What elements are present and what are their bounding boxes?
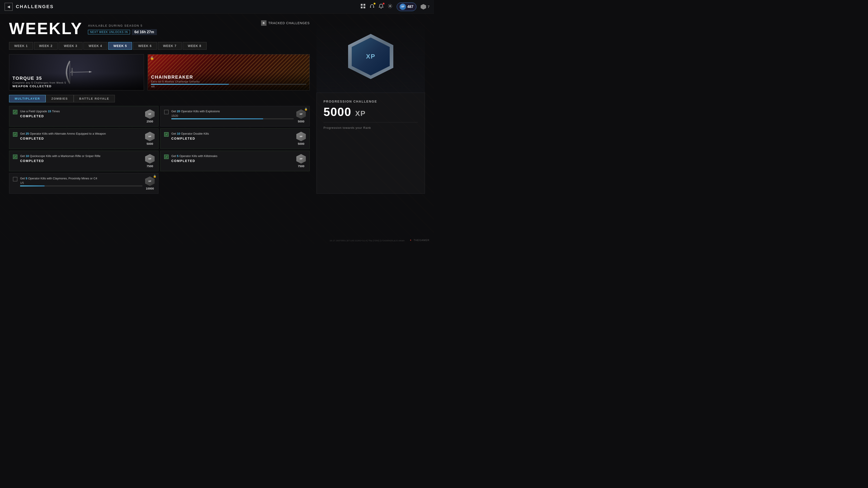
header-meta: AVAILABLE DURING SEASON 5 NEXT WEEK UNLO… bbox=[88, 22, 157, 35]
challenge-2-checkbox[interactable] bbox=[164, 110, 168, 114]
xp-hex-container: XP bbox=[348, 34, 393, 79]
tab-week-2[interactable]: WEEK 2 bbox=[34, 42, 58, 50]
svg-rect-5 bbox=[373, 6, 374, 8]
challenge-double-kills: Get 10 Operator Double Kills COMPLETED X… bbox=[160, 128, 310, 149]
svg-rect-1 bbox=[364, 4, 365, 6]
challenge-7-checkbox[interactable] bbox=[13, 177, 18, 182]
challenge-4-text: Get 10 Operator Double Kills bbox=[171, 132, 293, 136]
tab-week-3[interactable]: WEEK 3 bbox=[59, 42, 83, 50]
tab-zombies[interactable]: ZOMBIES bbox=[46, 95, 73, 102]
xp-value: 487 bbox=[407, 5, 413, 9]
mode-tabs: MULTIPLAYER ZOMBIES BATTLE ROYALE bbox=[9, 95, 310, 102]
tab-week-6[interactable]: WEEK 6 bbox=[133, 42, 157, 50]
tracked-challenges-button[interactable]: B TRACKED CHALLENGES bbox=[261, 20, 310, 26]
challenge-1-status: COMPLETED bbox=[20, 114, 143, 118]
challenge-4-status: COMPLETED bbox=[171, 137, 293, 140]
hex-text: XP bbox=[366, 53, 375, 60]
challenge-7-lock-icon: 🔒 bbox=[153, 175, 156, 178]
back-icon: ◀ bbox=[7, 4, 10, 9]
challenge-5-xp-icon: XP bbox=[148, 158, 151, 160]
xp-hero-section: XP bbox=[316, 20, 425, 93]
challenge-4-content: Get 10 Operator Double Kills COMPLETED bbox=[171, 132, 293, 140]
challenge-7-progress-fill bbox=[20, 186, 44, 186]
unlock-timer: NEXT WEEK UNLOCKS IN 6d 16h 27m bbox=[88, 29, 157, 35]
challenge-4-xp-amount: 5000 bbox=[298, 142, 305, 145]
headphones-icon[interactable] bbox=[370, 4, 375, 10]
chainbreaker-overlay: CHAINBREAKER Earn all 8 Weekly Challenge… bbox=[148, 72, 309, 90]
challenge-4-xp-icon: XP bbox=[300, 135, 303, 138]
grid-icon[interactable] bbox=[361, 4, 366, 10]
header-left: WEEKLY AVAILABLE DURING SEASON 5 NEXT WE… bbox=[9, 20, 157, 37]
challenge-2-xp: XP 5000 bbox=[296, 109, 306, 123]
challenge-6-status: COMPLETED bbox=[171, 159, 293, 163]
page-header: WEEKLY AVAILABLE DURING SEASON 5 NEXT WE… bbox=[9, 20, 310, 37]
challenge-5-content: Get 10 Quickscope Kills with a Marksman … bbox=[20, 154, 143, 163]
challenge-2-xp-icon: XP bbox=[300, 113, 303, 115]
challenge-1-xp: XP 2500 bbox=[145, 109, 155, 123]
challenge-4-checkbox[interactable] bbox=[164, 132, 168, 137]
tab-week-5[interactable]: WEEK 5 bbox=[108, 42, 132, 50]
back-button[interactable]: ◀ bbox=[4, 3, 13, 11]
challenge-claymores: 🔒 Get 5 Operator Kills with Claymores, P… bbox=[9, 173, 158, 194]
challenge-5-checkbox[interactable] bbox=[13, 155, 18, 159]
tab-week-1[interactable]: WEEK 1 bbox=[9, 42, 33, 50]
challenge-3-xp-badge: XP bbox=[145, 132, 155, 141]
reward-card-chainbreaker[interactable]: 🔒 CHAINBREAKER Earn all 8 Weekly Challen… bbox=[148, 54, 310, 90]
xp-circle-icon: XP bbox=[400, 4, 406, 10]
reward-card-torque[interactable]: TORQUE 35 Complete any 5 Challenges from… bbox=[9, 54, 144, 90]
watermark: ✦ THEGAMER bbox=[410, 239, 430, 242]
progression-xp-value: 5000 XP bbox=[323, 106, 418, 118]
challenge-3-status: COMPLETED bbox=[20, 137, 143, 140]
page-title-big: WEEKLY bbox=[9, 20, 83, 37]
page-title: CHALLENGES bbox=[16, 4, 54, 9]
settings-icon[interactable] bbox=[388, 4, 393, 10]
torque-condition: Complete any 5 Challenges from Week 5 bbox=[12, 81, 141, 84]
hex-inner: XP bbox=[352, 37, 390, 75]
challenge-4-xp: XP 5000 bbox=[296, 132, 306, 145]
tab-week-4[interactable]: WEEK 4 bbox=[84, 42, 107, 50]
challenge-7-xp-icon: XP bbox=[148, 180, 151, 182]
chainbreaker-condition: Earn all 8 Weekly Challenge Unlocks bbox=[151, 80, 306, 83]
challenge-6-text: Get 5 Operator Kills with Killstreaks bbox=[171, 154, 293, 158]
challenge-5-text: Get 10 Quickscope Kills with a Marksman … bbox=[20, 154, 143, 158]
torque-overlay: TORQUE 35 Complete any 5 Challenges from… bbox=[9, 73, 144, 90]
progression-title: PROGRESSION CHALLENGE bbox=[323, 100, 418, 103]
challenge-explosions: 🔒 Get 20 Operator Kills with Explosions … bbox=[160, 106, 310, 127]
challenge-6-content: Get 5 Operator Kills with Killstreaks CO… bbox=[171, 154, 293, 163]
right-panel: XP PROGRESSION CHALLENGE 5000 XP Progres… bbox=[316, 20, 425, 194]
challenge-2-xp-badge: XP bbox=[296, 109, 306, 119]
svg-marker-7 bbox=[421, 4, 426, 9]
progression-card: PROGRESSION CHALLENGE 5000 XP Progressio… bbox=[316, 93, 425, 194]
challenge-3-text: Get 25 Operator Kills with Alternate Amm… bbox=[20, 132, 143, 136]
challenge-1-content: Use a Field Upgrade 15 Times COMPLETED bbox=[20, 109, 143, 118]
challenge-1-xp-badge: XP bbox=[145, 109, 155, 119]
tab-week-7[interactable]: WEEK 7 bbox=[158, 42, 182, 50]
challenge-1-checkbox[interactable] bbox=[13, 110, 18, 114]
debug-coords: 10.17.19373551 [67:143:11261+11:A] Thp [… bbox=[330, 239, 405, 242]
challenge-3-checkbox[interactable] bbox=[13, 132, 18, 137]
main-content: WEEKLY AVAILABLE DURING SEASON 5 NEXT WE… bbox=[0, 13, 434, 200]
challenge-7-progress-bar bbox=[20, 186, 143, 186]
challenge-2-progress-text: 15/20 bbox=[171, 114, 293, 118]
challenge-6-xp-icon: XP bbox=[300, 158, 303, 160]
challenge-2-progress-bar bbox=[171, 119, 293, 119]
tab-week-8[interactable]: WEEK 8 bbox=[183, 42, 207, 50]
challenge-1-xp-icon: XP bbox=[148, 113, 151, 115]
challenge-6-checkbox[interactable] bbox=[164, 155, 168, 159]
level-display: 7 bbox=[421, 4, 430, 10]
chainbreaker-name: CHAINBREAKER bbox=[151, 74, 306, 80]
challenge-7-xp-badge: XP bbox=[145, 176, 155, 186]
svg-rect-4 bbox=[370, 6, 371, 8]
challenge-1-xp-amount: 2500 bbox=[147, 120, 153, 123]
reward-cards: TORQUE 35 Complete any 5 Challenges from… bbox=[9, 54, 310, 90]
challenge-5-status: COMPLETED bbox=[20, 159, 143, 163]
tab-multiplayer[interactable]: MULTIPLAYER bbox=[9, 95, 46, 102]
notifications-icon[interactable] bbox=[379, 4, 383, 10]
challenge-3-xp-icon: XP bbox=[148, 135, 151, 138]
tab-battle-royale[interactable]: BATTLE ROYALE bbox=[74, 95, 115, 102]
xp-display[interactable]: XP 487 bbox=[397, 2, 416, 11]
challenge-5-xp: XP 7500 bbox=[145, 154, 155, 168]
challenge-alt-ammo: Get 25 Operator Kills with Alternate Amm… bbox=[9, 128, 158, 149]
challenge-2-lock-icon: 🔒 bbox=[304, 107, 308, 111]
available-text: AVAILABLE DURING SEASON 5 bbox=[88, 24, 157, 27]
